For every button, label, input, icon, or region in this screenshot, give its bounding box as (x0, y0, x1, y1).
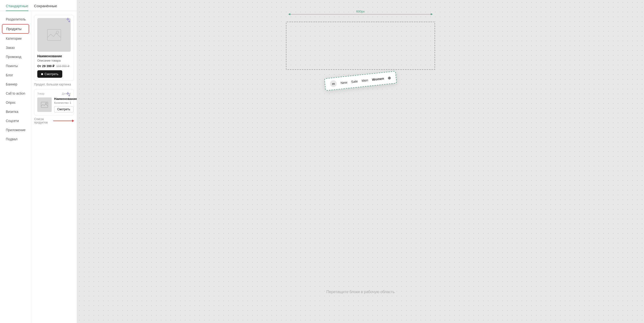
arrow-indicator (53, 121, 74, 121)
product-list-block: Товар Детали Наименование Количество: 1 (34, 89, 74, 116)
sidebar-item-produkty[interactable]: Продукты (2, 24, 29, 34)
panel-content: РазделительПродуктыКатегорииЗаказПромоко… (0, 11, 77, 323)
tabs-header: Стандартные Сохранённые (0, 0, 77, 11)
sidebar-item-opros[interactable]: Опрос (2, 98, 29, 107)
navbar-link-new: New (340, 80, 348, 85)
right-canvas: 600px m New Sale Men Women ⊕ Перетащите … (77, 0, 644, 323)
sidebar-item-podval[interactable]: Подвал (2, 135, 29, 143)
navbar-cursor: ⊕ (388, 75, 391, 80)
navbar-link-women: Women (372, 77, 384, 82)
svg-point-1 (56, 31, 59, 34)
list-label-row: Список продуктов (34, 117, 74, 124)
product-name: Наименование (37, 54, 71, 58)
blocks-area: Наименование Описание товара От 29 399 ₽… (31, 11, 77, 323)
list-view-button[interactable]: Смотреть (54, 106, 73, 112)
svg-rect-2 (41, 102, 48, 108)
sidebar-item-vizitka[interactable]: Визитка (2, 107, 29, 116)
navbar-link-men: Men (362, 78, 368, 83)
product-price: От 29 399 ₽ 103 990 ₽ (37, 64, 71, 68)
sidebar-nav: РазделительПродуктыКатегорииЗаказПромоко… (0, 11, 31, 323)
sidebar-item-kategorii[interactable]: Категории (2, 34, 29, 43)
sidebar-item-banner[interactable]: Баннер (2, 80, 29, 89)
sidebar-item-promokod[interactable]: Промокод (2, 53, 29, 61)
product-big-block: Наименование Описание товара От 29 399 ₽… (34, 15, 74, 81)
width-label: 600px (356, 10, 364, 13)
sidebar-item-prilozhenie[interactable]: Приложение (2, 126, 29, 134)
tab-standard[interactable]: Стандартные (6, 4, 28, 11)
magic-icon[interactable] (66, 18, 71, 23)
left-panel: Стандартные Сохранённые РазделительПроду… (0, 0, 77, 323)
sidebar-item-razdelitel[interactable]: Разделитель (2, 15, 29, 24)
drag-hint: Перетащите блоки в рабочую область (326, 290, 394, 294)
product-big-label: Продукт, большая картинка (34, 83, 74, 86)
sidebar-item-pointy[interactable]: Поинты (2, 62, 29, 70)
sidebar-item-socseti[interactable]: Соцсети (2, 117, 29, 125)
svg-rect-0 (47, 29, 61, 41)
list-product-row: Наименование Количество: 1 Смотреть 400 … (37, 97, 71, 112)
svg-point-3 (46, 103, 47, 104)
product-list-label: Список продуктов (34, 117, 51, 124)
navbar-logo: m (330, 80, 337, 87)
magic-icon-2[interactable] (66, 92, 71, 98)
width-arrow-right (360, 14, 432, 15)
product-desc: Описание товара (37, 59, 71, 62)
navbar-link-sale: Sale (351, 79, 358, 84)
sidebar-item-zakaz[interactable]: Заказ (2, 43, 29, 52)
product-view-button[interactable]: Смотреть (37, 70, 62, 78)
width-arrow-left (288, 14, 360, 15)
width-indicator: 600px (288, 10, 432, 15)
list-product-info: Наименование Количество: 1 Смотреть (54, 97, 77, 112)
canvas-top-box (286, 22, 435, 70)
sidebar-item-blog[interactable]: Блог (2, 71, 29, 79)
sidebar-item-cta[interactable]: Call to action (2, 89, 29, 98)
width-arrow-row (288, 14, 432, 15)
tab-saved[interactable]: Сохранённые (34, 4, 57, 11)
list-product-thumb (37, 98, 52, 112)
